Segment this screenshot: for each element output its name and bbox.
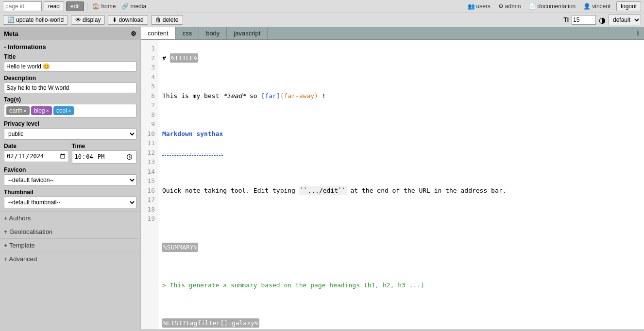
informations-label: - Informations — [4, 43, 136, 50]
template-collapsible[interactable]: + Template — [0, 238, 140, 252]
privacy-label: Privacy level — [4, 120, 136, 127]
display-icon: 👁 — [75, 17, 81, 23]
editor-area: content css body javascript ℹ 12345 6789… — [141, 27, 644, 329]
tag-earth-remove[interactable]: × — [23, 108, 26, 114]
line-3: This is my best *iead* so [far](far-away… — [162, 91, 640, 101]
media-link[interactable]: 🔗 media — [119, 2, 148, 11]
line-12 — [162, 262, 640, 271]
line-2 — [162, 72, 640, 82]
font-size-label: TI — [563, 17, 569, 23]
font-size-input[interactable] — [572, 15, 596, 25]
authors-collapsible[interactable]: + Authors — [0, 211, 140, 225]
line-6: ---------------- — [162, 148, 640, 158]
code-editor[interactable]: 12345 678910 1112131415 16171819 # %TITL… — [141, 40, 644, 329]
line-11: %SUMMARY% — [162, 243, 640, 252]
delete-button[interactable]: 🗑 delete — [151, 15, 183, 25]
user-link[interactable]: 👤 vincent — [581, 2, 612, 11]
tab-content[interactable]: content — [141, 27, 176, 39]
line-14 — [162, 299, 640, 309]
sidebar-header: Meta ⚙ — [0, 27, 140, 40]
tab-javascript[interactable]: javascript — [227, 27, 268, 39]
download-button[interactable]: ⬇ download — [108, 15, 148, 25]
update-button[interactable]: 🔄 update hello-world — [3, 15, 68, 25]
settings-icon[interactable]: ⚙ — [131, 30, 136, 37]
advanced-collapsible[interactable]: + Advanced — [0, 252, 140, 265]
top-bar: read edit 🏠 home 🔗 media 👥 users ⚙ admin… — [0, 0, 644, 13]
line-5: Markdown synthax — [162, 129, 640, 139]
tab-css[interactable]: css — [176, 27, 200, 39]
meta-label: Meta — [4, 30, 18, 37]
info-icon[interactable]: ℹ — [632, 27, 644, 39]
action-bar: 🔄 update hello-world 👁 display ⬇ downloa… — [0, 13, 644, 27]
tags-label: Tag(s) — [4, 96, 136, 103]
home-icon: 🏠 — [92, 3, 100, 10]
description-label: Description — [4, 75, 136, 82]
toolbar-right: TI ◑ default dark light — [563, 15, 641, 25]
read-button[interactable]: read — [44, 1, 64, 11]
display-button[interactable]: 👁 display — [71, 15, 105, 25]
tag-cool-remove[interactable]: × — [68, 108, 71, 114]
doc-icon: 📄 — [529, 3, 536, 10]
time-label: Time — [72, 143, 137, 149]
edit-button[interactable]: edit — [66, 1, 84, 11]
download-icon: ⬇ — [112, 17, 117, 23]
users-icon: 👥 — [468, 3, 475, 10]
tab-body[interactable]: body — [199, 27, 227, 39]
home-link[interactable]: 🏠 home — [90, 2, 118, 11]
line-9 — [162, 205, 640, 215]
thumbnail-select[interactable]: --default thumbnail-- — [4, 197, 136, 208]
main-layout: Meta ⚙ - Informations Title Description … — [0, 27, 644, 329]
favicon-select[interactable]: --default favicon-- — [4, 174, 136, 186]
documentation-link[interactable]: 📄 documentation — [527, 2, 578, 11]
title-label: Title — [4, 53, 136, 60]
user-icon: 👤 — [583, 3, 591, 10]
line-10 — [162, 224, 640, 233]
time-input[interactable] — [72, 150, 137, 164]
tag-cool[interactable]: cool × — [53, 106, 74, 115]
informations-section: - Informations Title Description Tag(s) … — [0, 40, 140, 211]
title-input[interactable] — [4, 61, 136, 72]
date-input[interactable] — [4, 150, 69, 162]
theme-select[interactable]: default dark light — [609, 15, 641, 25]
editor-tabs: content css body javascript ℹ — [141, 27, 644, 40]
contrast-icon: ◑ — [599, 16, 606, 25]
media-icon: 🔗 — [121, 3, 129, 10]
tag-blog[interactable]: blog × — [31, 106, 52, 115]
sidebar: Meta ⚙ - Informations Title Description … — [0, 27, 141, 329]
line-8: Quick note-taking tool. Edit typing ``..… — [162, 186, 640, 196]
admin-link[interactable]: ⚙ admin — [496, 2, 523, 11]
description-input[interactable] — [4, 83, 136, 93]
tag-earth[interactable]: earth × — [6, 106, 30, 115]
line-4 — [162, 110, 640, 120]
line-13: > This generate a summary based on the p… — [162, 281, 640, 290]
favicon-label: Favicon — [4, 166, 136, 173]
code-content[interactable]: # %TITLE% This is my best *iead* so [far… — [158, 40, 644, 329]
line-numbers: 12345 678910 1112131415 16171819 — [141, 40, 158, 329]
tags-container: earth × blog × cool × — [4, 104, 136, 117]
line-15: %LIST?tagfilter[]=galaxy% — [162, 318, 640, 328]
page-id-input[interactable] — [3, 1, 42, 11]
logout-button[interactable]: logout — [616, 1, 641, 11]
trash-icon: 🗑 — [155, 17, 161, 23]
tag-blog-remove[interactable]: × — [46, 108, 49, 114]
privacy-select[interactable]: public private protected — [4, 128, 136, 140]
admin-icon: ⚙ — [498, 3, 504, 10]
date-label: Date — [4, 143, 69, 149]
top-right-nav: 👥 users ⚙ admin 📄 documentation 👤 vincen… — [466, 1, 642, 11]
line-7 — [162, 167, 640, 177]
users-link[interactable]: 👥 users — [466, 2, 492, 11]
update-icon: 🔄 — [7, 17, 15, 23]
geoloc-collapsible[interactable]: + Geolocalisation — [0, 225, 140, 238]
line-1: # %TITLE% — [162, 53, 640, 63]
thumbnail-label: Thumbnail — [4, 189, 136, 196]
